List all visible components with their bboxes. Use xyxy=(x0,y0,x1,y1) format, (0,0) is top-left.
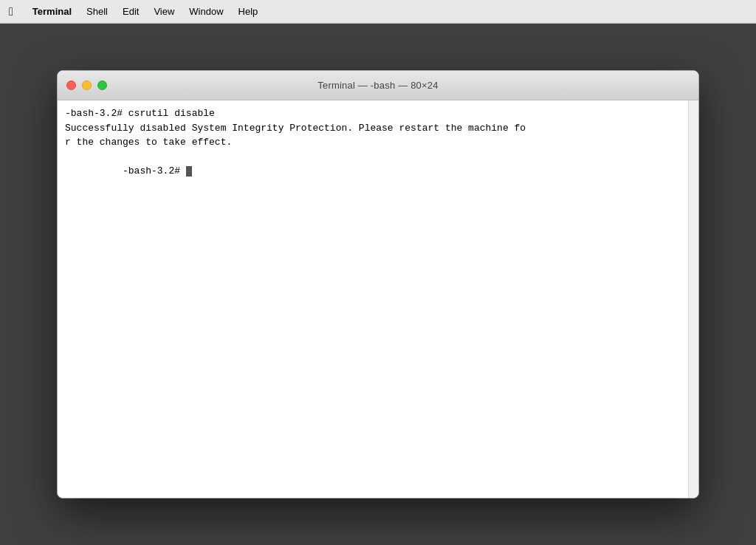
window-title: Terminal — -bash — 80×24 xyxy=(317,80,438,91)
desktop: Terminal — -bash — 80×24 -bash-3.2# csru… xyxy=(0,24,756,545)
menu-help[interactable]: Help xyxy=(231,4,266,18)
terminal-window: Terminal — -bash — 80×24 -bash-3.2# csru… xyxy=(57,70,699,498)
terminal-line-4: -bash-3.2# xyxy=(65,150,681,193)
menu-bar:  Terminal Shell Edit View Window Help xyxy=(0,0,756,24)
menu-edit[interactable]: Edit xyxy=(115,4,146,18)
terminal-line-1: -bash-3.2# csrutil disable xyxy=(65,106,681,121)
minimize-button[interactable] xyxy=(82,80,92,90)
title-bar: Terminal — -bash — 80×24 xyxy=(58,71,698,100)
menu-window[interactable]: Window xyxy=(182,4,230,18)
terminal-content[interactable]: -bash-3.2# csrutil disable Successfully … xyxy=(58,100,688,498)
terminal-scrollbar[interactable] xyxy=(688,100,698,498)
menu-shell[interactable]: Shell xyxy=(79,4,115,18)
close-button[interactable] xyxy=(66,80,76,90)
terminal-line-3: r the changes to take effect. xyxy=(65,135,681,150)
terminal-line-2: Successfully disabled System Integrity P… xyxy=(65,121,681,136)
terminal-cursor xyxy=(186,166,192,176)
menu-view[interactable]: View xyxy=(146,4,182,18)
apple-logo[interactable]:  xyxy=(9,5,13,18)
window-controls xyxy=(66,80,107,90)
maximize-button[interactable] xyxy=(97,80,107,90)
terminal-wrapper: -bash-3.2# csrutil disable Successfully … xyxy=(58,100,698,498)
menu-terminal[interactable]: Terminal xyxy=(25,4,79,18)
terminal-prompt: -bash-3.2# xyxy=(123,165,186,176)
